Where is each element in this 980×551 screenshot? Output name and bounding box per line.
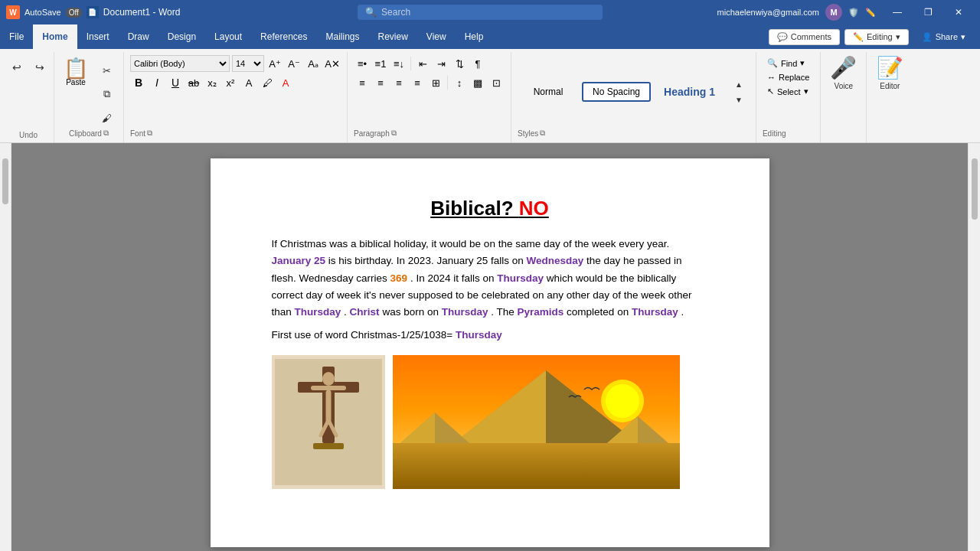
- increase-indent-button[interactable]: ⇥: [433, 55, 449, 72]
- tab-draw[interactable]: Draw: [119, 24, 158, 49]
- editing-mode-button[interactable]: ✏️ Editing ▾: [844, 29, 909, 45]
- comments-button[interactable]: 💬 Comments: [769, 29, 840, 45]
- select-icon: ↖: [767, 86, 774, 96]
- strikethrough-button[interactable]: ab: [185, 74, 202, 91]
- doc-page[interactable]: Biblical? NO If Christmas was a biblical…: [211, 158, 769, 547]
- text-effect-button[interactable]: A: [240, 74, 257, 91]
- pyramid-svg: [393, 355, 680, 489]
- paragraph-label: Paragraph ⧉: [354, 129, 505, 141]
- titlebar-right: michaelenwiya@gmail.com M 🛡️ ✏️ — ❐ ✕: [717, 0, 974, 24]
- search-input[interactable]: [381, 7, 595, 18]
- tab-layout[interactable]: Layout: [205, 24, 251, 49]
- font-expand-icon[interactable]: ⧉: [147, 129, 152, 138]
- svg-rect-12: [393, 443, 680, 489]
- svg-point-11: [606, 384, 639, 418]
- search-bar[interactable]: 🔍: [358, 5, 603, 20]
- right-scrollbar-thumb[interactable]: [972, 158, 978, 220]
- clipboard-expand-icon[interactable]: ⧉: [103, 129, 109, 138]
- select-button[interactable]: ↖ Select ▾: [763, 85, 814, 98]
- italic-button[interactable]: I: [149, 74, 165, 91]
- redo-button[interactable]: ↪: [29, 57, 51, 78]
- avatar[interactable]: M: [825, 4, 842, 21]
- tab-home[interactable]: Home: [33, 24, 77, 49]
- ribbon: File Home Insert Draw Design Layout Refe…: [0, 24, 980, 143]
- sort-button[interactable]: ⇅: [451, 55, 468, 72]
- paste-button[interactable]: 📋 Paste: [60, 57, 91, 88]
- font-color-button[interactable]: A: [277, 74, 294, 91]
- align-center-button[interactable]: ≡: [372, 74, 389, 91]
- highlight-button[interactable]: 🖊: [259, 74, 276, 91]
- doc-last-line: First use of word Christmas-1/25/1038= T…: [272, 327, 708, 344]
- thursday1-highlight: Thursday: [497, 272, 544, 284]
- bold-button[interactable]: B: [130, 74, 147, 91]
- autosave-label: AutoSave: [24, 8, 61, 17]
- format-painter-button[interactable]: 🖌: [96, 107, 117, 129]
- show-marks-button[interactable]: ¶: [469, 55, 486, 72]
- borders-button[interactable]: ⊡: [488, 74, 505, 91]
- clear-format-button[interactable]: A✕: [324, 55, 341, 72]
- align-left-button[interactable]: ≡: [354, 74, 371, 91]
- left-scrollbar[interactable]: [2, 158, 8, 204]
- shading-button[interactable]: ▩: [469, 74, 486, 91]
- comments-icon: 💬: [777, 32, 788, 42]
- justify-button[interactable]: ≡: [409, 74, 426, 91]
- columns-button[interactable]: ⊞: [427, 74, 444, 91]
- tab-mailings[interactable]: Mailings: [316, 24, 368, 49]
- numbering-button[interactable]: ≡1: [372, 55, 389, 72]
- align-right-button[interactable]: ≡: [390, 74, 407, 91]
- styles-down-button[interactable]: ▼: [728, 92, 750, 107]
- tab-insert[interactable]: Insert: [77, 24, 119, 49]
- doc-title-red: NO: [519, 197, 549, 220]
- find-icon: 🔍: [767, 58, 778, 68]
- editing-group-label: Editing: [763, 129, 814, 141]
- undo-label: Undo: [6, 131, 51, 142]
- tab-design[interactable]: Design: [158, 24, 205, 49]
- doc-body: If Christmas was a biblical holiday, it …: [272, 236, 708, 321]
- titlebar-left: W AutoSave Off 📄 Document1 - Word: [6, 5, 243, 19]
- style-no-spacing-button[interactable]: No Spacing: [582, 82, 651, 102]
- undo-button[interactable]: ↩: [6, 57, 28, 78]
- crucifixion-image: [272, 355, 385, 489]
- font-size-select[interactable]: 14: [232, 55, 264, 72]
- cut-button[interactable]: ✂: [96, 60, 117, 81]
- superscript-button[interactable]: x²: [222, 74, 239, 91]
- editor-button[interactable]: 📝: [877, 55, 903, 80]
- share-dropdown-icon: ▾: [961, 32, 965, 42]
- line-spacing-button[interactable]: ↕: [451, 74, 468, 91]
- tab-review[interactable]: Review: [369, 24, 417, 49]
- decrease-indent-button[interactable]: ⇤: [414, 55, 431, 72]
- autosave-toggle[interactable]: Off: [66, 8, 82, 18]
- shield-icon: 🛡️: [848, 8, 859, 18]
- minimize-button[interactable]: —: [882, 0, 913, 24]
- change-case-button[interactable]: Aₐ: [305, 55, 322, 72]
- tab-view[interactable]: View: [417, 24, 456, 49]
- style-normal-button[interactable]: Normal: [518, 83, 579, 101]
- multilevel-button[interactable]: ≡↓: [390, 55, 407, 72]
- replace-button[interactable]: ↔ Replace: [763, 71, 814, 83]
- styles-up-button[interactable]: ▲: [728, 77, 750, 92]
- underline-button[interactable]: U: [167, 74, 184, 91]
- body-text-7: was born on: [382, 306, 439, 318]
- editing-icon: ✏️: [853, 32, 864, 42]
- tab-file[interactable]: File: [0, 24, 33, 49]
- styles-expand-icon[interactable]: ⧉: [540, 129, 545, 138]
- font-grow-button[interactable]: A⁺: [266, 55, 283, 72]
- share-button[interactable]: 👤 Share ▾: [913, 29, 974, 45]
- font-shrink-button[interactable]: A⁻: [286, 55, 302, 72]
- find-button[interactable]: 🔍 Find ▾: [763, 57, 814, 70]
- dictate-button[interactable]: 🎤: [830, 55, 857, 80]
- doc-title: Biblical? NO: [272, 197, 708, 220]
- last-line-1: First use of word Christmas-1/25/1038=: [272, 329, 453, 341]
- paragraph-expand-icon[interactable]: ⧉: [391, 129, 397, 138]
- restore-button[interactable]: ❐: [913, 0, 943, 24]
- copy-button[interactable]: ⧉: [96, 83, 117, 105]
- bullets-button[interactable]: ≡•: [354, 55, 371, 72]
- tab-help[interactable]: Help: [456, 24, 493, 49]
- close-button[interactable]: ✕: [943, 0, 974, 24]
- style-heading1-button[interactable]: Heading 1: [654, 82, 725, 102]
- user-email: michaelenwiya@gmail.com: [717, 8, 819, 17]
- images-row: [272, 355, 708, 489]
- subscript-button[interactable]: x₂: [204, 74, 220, 91]
- font-family-select[interactable]: Calibri (Body): [130, 55, 230, 72]
- tab-references[interactable]: References: [251, 24, 316, 49]
